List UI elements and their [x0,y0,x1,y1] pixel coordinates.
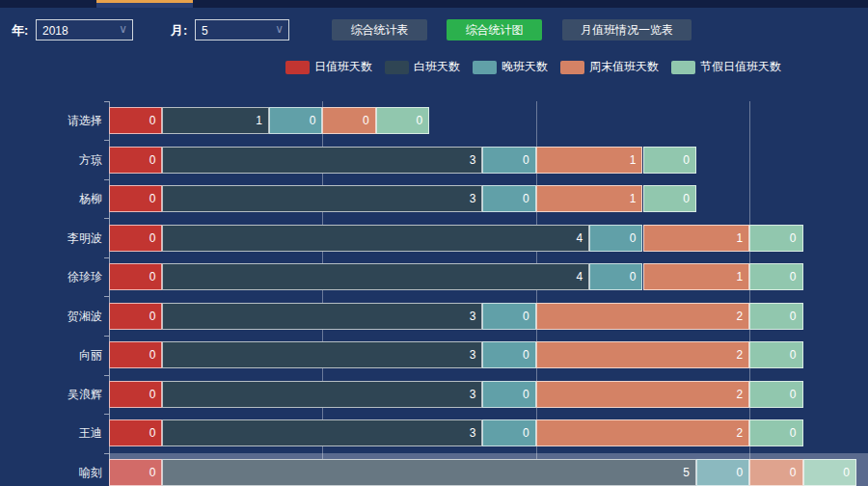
bar-segment[interactable]: 0 [482,303,535,330]
bar-segment[interactable]: 0 [643,147,696,174]
bar-segment[interactable]: 0 [109,263,162,290]
bar-segment[interactable]: 0 [482,147,535,174]
y-axis-label: 请选择 [0,107,102,134]
bar-segment[interactable]: 0 [643,185,696,212]
bar-segment[interactable]: 1 [536,185,643,212]
bar-segment[interactable]: 0 [749,263,802,290]
bar-segment[interactable]: 0 [749,381,802,408]
bar-value-label: 0 [523,192,529,205]
bar-segment[interactable]: 0 [109,381,162,408]
bar-value-label: 0 [523,426,529,440]
bar-segment[interactable]: 1 [643,263,750,290]
bar-segment[interactable]: 0 [482,341,535,368]
bar-value-label: 0 [149,270,156,284]
bar-segment[interactable]: 0 [109,147,162,174]
y-axis-tick [104,296,109,297]
bar-segment[interactable]: 0 [589,263,642,290]
bar-segment[interactable]: 0 [482,419,535,446]
bar-segment[interactable]: 0 [109,107,162,134]
bar-segment[interactable]: 3 [162,419,482,446]
bar-value-label: 0 [416,114,422,127]
bar-segment[interactable]: 0 [109,185,162,212]
bar-segment[interactable]: 3 [162,303,482,330]
bar-segment[interactable]: 0 [749,341,802,368]
bar-value-label: 0 [523,310,529,323]
bar-value-label: 0 [790,426,797,440]
bar-segment[interactable]: 0 [109,303,162,330]
bar-value-label: 1 [256,114,262,127]
bar-value-label: 0 [523,153,529,167]
bar-value-label: 0 [149,231,156,245]
bar-value-label: 0 [363,114,369,127]
bar-segment[interactable]: 2 [536,381,749,408]
y-axis-label: 王迪 [0,419,102,446]
bar-value-label: 3 [470,192,476,205]
bar-segment[interactable]: 0 [109,225,162,252]
bar-segment[interactable]: 0 [109,341,162,368]
bar-segment[interactable]: 1 [162,107,269,134]
bar-segment[interactable]: 0 [376,107,429,134]
bar-value-label: 2 [737,426,744,440]
bar-value-label: 0 [790,310,797,323]
bar-segment[interactable]: 2 [536,341,749,368]
bar-segment[interactable]: 0 [482,185,535,212]
bar-segment[interactable]: 4 [162,225,589,252]
bar-segment[interactable]: 0 [749,459,802,486]
bar-segment[interactable]: 0 [322,107,375,134]
bar-segment[interactable]: 0 [109,459,162,486]
bar-segment[interactable]: 0 [109,419,162,446]
bar-value-label: 4 [576,231,583,245]
bar-value-label: 3 [470,348,476,362]
bar-segment[interactable]: 0 [696,459,749,486]
y-axis-label: 贺湘波 [0,303,102,330]
bar-segment[interactable]: 0 [749,419,802,446]
bar-segment[interactable]: 2 [536,303,749,330]
bar-value-label: 1 [630,153,637,167]
bar-value-label: 3 [470,153,476,167]
y-axis-label: 杨柳 [0,185,102,212]
bar-value-label: 0 [630,231,637,245]
y-axis-label: 向丽 [0,341,102,368]
bar-value-label: 3 [470,426,476,440]
bar-segment[interactable]: 2 [536,419,749,446]
bar-value-label: 0 [790,466,797,479]
bar-segment[interactable]: 3 [162,381,482,408]
bar-value-label: 2 [737,388,744,401]
y-axis-tick [104,179,109,180]
y-axis-label: 喻刻 [0,459,102,486]
bar-value-label: 0 [149,192,156,205]
bar-segment[interactable]: 1 [536,147,643,174]
bar-value-label: 2 [737,310,744,323]
y-axis-tick [104,375,109,376]
bar-value-label: 1 [737,231,744,245]
y-axis-tick [104,101,109,102]
bar-value-label: 0 [149,426,156,440]
bar-value-label: 0 [737,466,744,479]
bar-segment[interactable]: 0 [749,303,802,330]
bar-segment[interactable]: 3 [162,147,482,174]
bar-segment[interactable]: 3 [162,185,482,212]
bar-value-label: 2 [737,348,744,362]
bar-value-label: 0 [149,114,156,127]
bar-value-label: 0 [683,192,690,205]
duty-stacked-bar-chart: 请选择01000方琼03010杨柳03010李明波04010徐珍珍04010贺湘… [0,0,868,486]
bar-value-label: 0 [843,466,850,479]
bar-value-label: 4 [576,270,583,284]
bar-value-label: 0 [149,348,156,362]
bar-segment[interactable]: 3 [162,341,482,368]
bar-segment[interactable]: 0 [749,225,802,252]
bar-value-label: 0 [149,466,156,479]
bar-segment[interactable]: 4 [162,263,589,290]
bar-segment[interactable]: 0 [269,107,322,134]
y-axis-tick [104,336,109,337]
bar-value-label: 1 [630,192,637,205]
y-axis-label: 吴浪辉 [0,381,102,408]
bar-segment[interactable]: 0 [482,381,535,408]
y-axis-tick [104,257,109,258]
bar-segment[interactable]: 5 [162,459,696,486]
bar-value-label: 0 [790,270,797,284]
y-axis-tick [104,414,109,415]
bar-segment[interactable]: 1 [643,225,750,252]
bar-segment[interactable]: 0 [589,225,642,252]
bar-segment[interactable]: 0 [803,459,856,486]
